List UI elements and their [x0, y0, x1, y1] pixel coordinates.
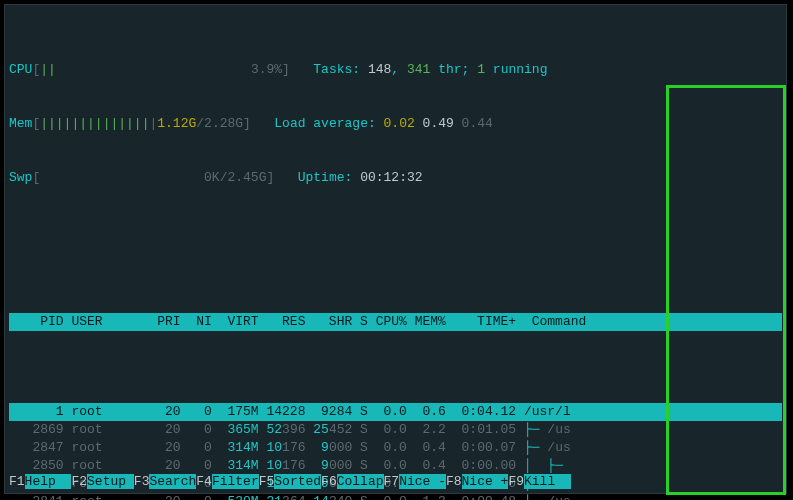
fkey-label[interactable]: Search [149, 474, 196, 489]
fkey-label[interactable]: Collap [337, 474, 384, 489]
table-row[interactable]: 1 root 20 0 175M 14228 9284 S 0.0 0.6 0:… [9, 403, 782, 421]
mem-meter: Mem[|||||||||||||||1.12G/2.28G] Load ave… [9, 115, 782, 133]
column-header[interactable]: PID USER PRI NI VIRT RES SHR S CPU% MEM%… [9, 313, 782, 331]
fkey: F2 [71, 474, 87, 489]
fkey-label[interactable]: Nice - [399, 474, 446, 489]
cpu-meter: CPU[|| 3.9%] Tasks: 148, 341 thr; 1 runn… [9, 61, 782, 79]
swp-meter: Swp[ 0K/2.45G] Uptime: 00:12:32 [9, 169, 782, 187]
fkey: F9 [508, 474, 524, 489]
table-row[interactable]: 2847 root 20 0 314M 10176 9000 S 0.0 0.4… [9, 439, 782, 457]
fkey: F7 [384, 474, 400, 489]
fkey: F1 [9, 474, 25, 489]
fkey-label[interactable]: Filter [212, 474, 259, 489]
blank-line [9, 223, 782, 241]
fkey-label[interactable]: Nice + [462, 474, 509, 489]
fkey-label[interactable]: Sorted [274, 474, 321, 489]
fkey: F6 [321, 474, 337, 489]
fkey-label[interactable]: Setup [87, 474, 134, 489]
fkey: F4 [196, 474, 212, 489]
fkey: F3 [134, 474, 150, 489]
function-key-bar[interactable]: F1Help F2Setup F3SearchF4FilterF5SortedF… [9, 473, 571, 491]
table-row[interactable]: 2841 root 20 0 530M 31364 14340 S 0.0 1.… [9, 493, 782, 500]
fkey-label[interactable]: Kill [524, 474, 571, 489]
fkey: F5 [259, 474, 275, 489]
table-row[interactable]: 2869 root 20 0 365M 52396 25452 S 0.0 2.… [9, 421, 782, 439]
fkey-label[interactable]: Help [25, 474, 72, 489]
fkey: F8 [446, 474, 462, 489]
terminal: CPU[|| 3.9%] Tasks: 148, 341 thr; 1 runn… [4, 4, 787, 494]
